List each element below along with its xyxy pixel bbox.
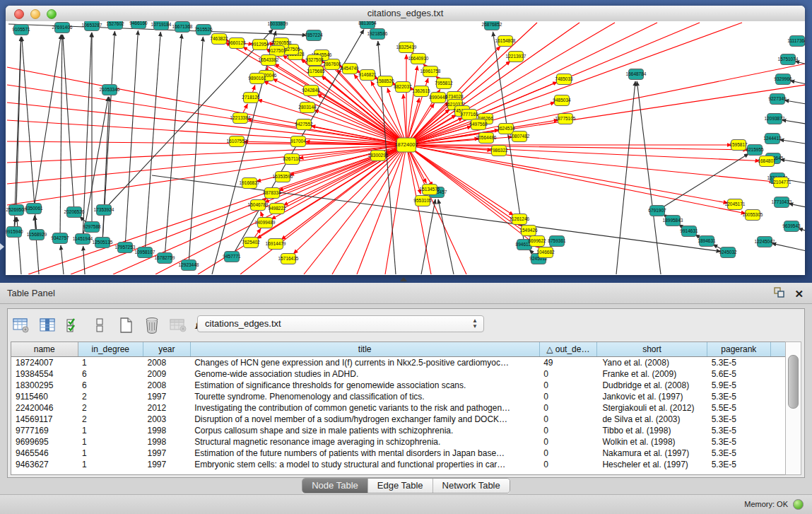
table-cell[interactable]: 18724007 (11, 357, 78, 369)
column-header-year[interactable]: year (143, 342, 191, 357)
table-cell[interactable]: 1997 (143, 448, 191, 459)
table-cell[interactable]: 0 (539, 459, 596, 470)
table-cell[interactable]: 9777169 (11, 425, 78, 436)
table-cell[interactable]: Corpus callosum shape and size in male p… (190, 425, 539, 436)
table-cell[interactable]: 2008 (143, 357, 191, 369)
table-cell[interactable]: de Silva et al. (2003) (596, 414, 707, 425)
table-row[interactable]: 1938455462009Genome-wide association stu… (11, 368, 787, 380)
table-cell[interactable]: 6 (78, 368, 143, 380)
table-selector-dropdown[interactable]: citations_edges.txt ▲▼ (197, 315, 484, 332)
tab-edge-table[interactable]: Edge Table (367, 479, 433, 493)
table-cell[interactable]: 1 (78, 448, 143, 459)
table-cell[interactable] (770, 448, 786, 459)
close-panel-icon[interactable]: ✕ (794, 288, 804, 300)
table-cell[interactable]: 0 (539, 402, 596, 414)
table-cell[interactable]: Estimation of significance thresholds fo… (190, 380, 539, 391)
table-cell[interactable]: 22420046 (11, 402, 78, 414)
table-cell[interactable]: 5.3E-5 (707, 425, 770, 436)
table-cell[interactable]: 0 (539, 391, 596, 402)
table-cell[interactable]: 2003 (143, 414, 191, 425)
table-cell[interactable] (770, 436, 786, 448)
table-row[interactable]: 1830029562008Estimation of significance … (11, 380, 787, 391)
table-cell[interactable]: 1 (78, 436, 143, 448)
table-cell[interactable]: 18300295 (11, 380, 78, 391)
table-cell[interactable]: 5.3E-5 (707, 357, 770, 369)
table-cell[interactable]: Wolkin et al. (1998) (596, 436, 707, 448)
column-header-pagerank[interactable]: pagerank (707, 342, 770, 357)
table-cell[interactable]: Jankovic et al. (1997) (596, 391, 707, 402)
table-row[interactable]: 946554611997Estimation of the future num… (11, 448, 787, 459)
splitter-arrow-icon[interactable] (400, 277, 407, 281)
show-column-icon[interactable] (38, 316, 57, 334)
table-cell[interactable]: 0 (539, 425, 596, 436)
table-cell[interactable]: 5.3E-5 (707, 448, 770, 459)
table-row[interactable]: 2242004622012Investigating the contribut… (11, 402, 787, 414)
table-cell[interactable]: 2 (78, 414, 143, 425)
column-header-in_degree[interactable]: in_degree (78, 342, 143, 357)
table-cell[interactable] (770, 459, 786, 470)
table-cell[interactable]: Nakamura et al. (1997) (596, 448, 707, 459)
table-cell[interactable]: 1998 (143, 436, 191, 448)
table-cell[interactable]: 0 (539, 448, 596, 459)
table-cell[interactable]: 2009 (143, 368, 191, 380)
table-cell[interactable]: 1998 (143, 425, 191, 436)
table-cell[interactable] (770, 357, 786, 369)
table-cell[interactable] (770, 402, 786, 414)
table-cell[interactable]: 5.3E-5 (707, 391, 770, 402)
table-cell[interactable]: 49 (539, 357, 596, 369)
table-cell[interactable]: 2 (78, 391, 143, 402)
table-cell[interactable]: 1 (78, 425, 143, 436)
table-cell[interactable]: 2012 (143, 402, 191, 414)
table-cell[interactable]: 0 (539, 368, 596, 380)
table-cell[interactable]: Changes of HCN gene expression and I(f) … (190, 357, 539, 369)
table-cell[interactable] (770, 380, 786, 391)
tab-node-table[interactable]: Node Table (302, 479, 367, 493)
scrollbar-thumb[interactable] (788, 355, 799, 409)
table-cell[interactable]: 6 (78, 380, 143, 391)
table-cell[interactable]: 0 (539, 436, 596, 448)
table-row[interactable]: 946362711997Embryonic stem cells: a mode… (11, 459, 787, 470)
delete-rows-icon[interactable] (143, 316, 161, 334)
table-cell[interactable]: Stergiakouli et al. (2012) (596, 402, 707, 414)
table-cell[interactable]: 19384554 (11, 368, 78, 380)
table-cell[interactable]: Dudbridge et al. (2008) (596, 380, 707, 391)
column-header-spacer[interactable] (770, 342, 786, 357)
table-scrollbar[interactable] (785, 341, 801, 475)
table-cell[interactable] (770, 414, 786, 425)
table-row[interactable]: 977716911998Corpus callosum shape and si… (11, 425, 787, 436)
table-cell[interactable]: 9115460 (11, 391, 78, 402)
table-cell[interactable]: 0 (539, 380, 596, 391)
table-row[interactable]: 1456911722003Disruption of a novel membe… (11, 414, 787, 425)
table-cell[interactable]: Yano et al. (2008) (596, 357, 707, 369)
new-document-icon[interactable] (117, 316, 135, 334)
table-cell[interactable] (770, 425, 786, 436)
row-selector-icon[interactable] (90, 316, 109, 334)
table-cell[interactable]: 1997 (143, 459, 191, 470)
table-cell[interactable]: 1 (78, 357, 143, 369)
column-header-name[interactable]: name (11, 342, 78, 357)
table-row[interactable]: 1872400712008Changes of HCN gene express… (11, 357, 787, 369)
table-cell[interactable]: 5.3E-5 (707, 436, 770, 448)
table-row[interactable]: 911546021997Tourette syndrome. Phenomeno… (11, 391, 787, 402)
table-cell[interactable]: 2008 (143, 380, 191, 391)
table-cell[interactable]: 14569117 (11, 414, 78, 425)
table-cell[interactable]: 5.3E-5 (707, 414, 770, 425)
table-cell[interactable]: Genome-wide association studies in ADHD. (190, 368, 539, 380)
table-cell[interactable]: Estimation of the future numbers of pati… (190, 448, 539, 459)
select-columns-icon[interactable] (64, 316, 83, 334)
tab-network-table[interactable]: Network Table (433, 479, 510, 493)
table-cell[interactable]: 2 (78, 402, 143, 414)
table-cell[interactable]: Franke et al. (2009) (596, 368, 707, 380)
table-cell[interactable]: Hescheler et al. (1997) (596, 459, 707, 470)
table-cell[interactable]: 5.5E-5 (707, 402, 770, 414)
window-titlebar[interactable]: citations_edges.txt (6, 6, 805, 22)
table-cell[interactable]: 5.3E-5 (707, 459, 770, 470)
table-mode-icon[interactable] (12, 316, 30, 334)
table-cell[interactable] (770, 368, 786, 380)
left-panel-handle-icon[interactable] (0, 243, 4, 250)
table-cell[interactable]: Structural magnetic resonance image aver… (190, 436, 539, 448)
table-cell[interactable]: Embryonic stem cells: a model to study s… (190, 459, 539, 470)
column-header-out_de…[interactable]: △ out_de… (539, 342, 596, 357)
table-cell[interactable]: 9465546 (11, 448, 78, 459)
table-cell[interactable]: Tourette syndrome. Phenomenology and cla… (190, 391, 539, 402)
